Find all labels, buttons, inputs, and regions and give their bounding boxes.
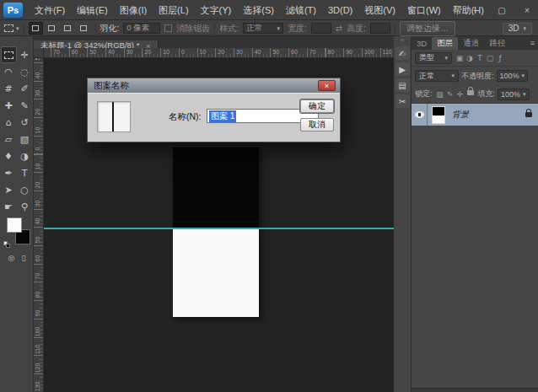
eraser-tool[interactable]: ▱	[1, 131, 17, 148]
type-tool[interactable]: T	[17, 164, 33, 181]
menu-select[interactable]: 选择(S)	[237, 0, 280, 20]
minimize-button[interactable]: ─	[471, 6, 482, 15]
filter-kind-select[interactable]: 类型 ▾	[415, 52, 452, 64]
filter-adjustment-layers-icon[interactable]: ◑	[465, 54, 475, 62]
horizontal-guide[interactable]	[44, 228, 394, 229]
menu-layer[interactable]: 图层(L)	[153, 0, 194, 20]
menu-view[interactable]: 视图(V)	[358, 0, 401, 20]
zoom-tool[interactable]: ⚲	[17, 198, 33, 215]
hand-tool[interactable]: ☛	[1, 198, 17, 215]
filter-type-layers-icon[interactable]: T	[475, 54, 485, 62]
actions-panel-icon[interactable]: ▶	[395, 62, 410, 76]
menu-3d[interactable]: 3D(D)	[322, 0, 358, 20]
move-tool[interactable]: ✛	[17, 46, 33, 63]
quick-mask-icon[interactable]: ◎	[8, 254, 15, 262]
cancel-button[interactable]: 取消	[300, 118, 334, 132]
filter-pixel-layers-icon[interactable]: ▣	[455, 54, 465, 62]
brush-tool[interactable]: ✎	[17, 97, 33, 114]
ruler-number: 60	[72, 49, 78, 55]
tab-channels[interactable]: 通道	[458, 37, 484, 50]
tab-3d[interactable]: 3D	[412, 37, 432, 50]
horizontal-ruler[interactable]: 706050403020100102030405060708090100110	[44, 48, 394, 58]
maximize-button[interactable]: ▢	[496, 6, 508, 15]
menu-file[interactable]: 文件(F)	[29, 0, 71, 20]
dodge-tool[interactable]: ◑	[17, 148, 33, 164]
ruler-number: 50	[35, 58, 40, 66]
antialias-checkbox[interactable]	[164, 24, 172, 32]
ruler-number: 20	[35, 104, 40, 121]
panel-tab-bar: 3D图层通道路径≡	[412, 36, 538, 50]
vertical-ruler[interactable]: 5040302010010203040506070809010011012013…	[34, 58, 44, 392]
filter-smart-object-icon[interactable]: ƒ	[495, 54, 505, 62]
subtract-from-selection-button[interactable]	[61, 22, 75, 35]
panel-menu-icon[interactable]: ≡	[530, 39, 535, 47]
new-selection-button[interactable]	[29, 22, 43, 35]
menu-image[interactable]: 图像(I)	[114, 0, 153, 20]
ruler-number: 10	[163, 49, 169, 55]
height-input[interactable]	[370, 23, 390, 34]
menu-filter[interactable]: 滤镜(T)	[280, 0, 322, 20]
ruler-origin-corner[interactable]	[34, 48, 44, 58]
foreground-color-swatch[interactable]	[7, 217, 22, 233]
dialog-close-button[interactable]: ×	[318, 80, 336, 91]
intersect-selection-button[interactable]	[77, 22, 91, 35]
refine-edge-button[interactable]: 调整边缘…	[400, 21, 455, 36]
history-brush-tool[interactable]: ↺	[17, 114, 33, 131]
lock-paint-icon[interactable]: ✎	[445, 90, 455, 99]
close-button[interactable]: ×	[521, 6, 533, 15]
opacity-input[interactable]: 100% ▾	[497, 70, 529, 82]
dialog-title-bar[interactable]: 图案名称 ×	[88, 78, 340, 93]
default-colors-icon[interactable]	[3, 241, 11, 249]
crop-tool[interactable]: #	[1, 80, 17, 97]
blend-mode-select[interactable]: 正常 ▾	[415, 70, 459, 82]
workspace-select[interactable]: 3D ▾	[503, 23, 532, 35]
menu-edit[interactable]: 编辑(E)	[71, 0, 114, 20]
filter-shape-layers-icon[interactable]: ▢	[485, 54, 495, 62]
rectangular-marquee-tool[interactable]	[1, 46, 17, 63]
swap-dimensions-icon[interactable]: ⇄	[336, 24, 342, 33]
hand-tool-icon: ☛	[4, 201, 13, 212]
path-selection-tool[interactable]: ➤	[1, 181, 17, 198]
layer-visibility-toggle[interactable]	[412, 104, 428, 126]
layer-thumbnail[interactable]	[432, 106, 445, 124]
tab-paths[interactable]: 路径	[484, 37, 510, 50]
gradient-tool[interactable]: ▧	[17, 131, 33, 148]
screen-mode-icon[interactable]: ▯	[21, 254, 25, 262]
fill-input[interactable]: 100% ▾	[498, 89, 530, 100]
layer-row-background[interactable]: 背景	[412, 104, 538, 126]
lock-all-icon[interactable]	[465, 90, 476, 99]
menu-bar: Ps 文件(F)编辑(E)图像(I)图层(L)文字(Y)选择(S)滤镜(T)3D…	[0, 0, 538, 20]
info-panel-icon[interactable]: ▤	[395, 78, 410, 92]
eyedropper-tool[interactable]: ✐	[17, 80, 33, 97]
lock-transparency-icon[interactable]: ▨	[435, 90, 445, 99]
canvas[interactable]	[173, 148, 259, 317]
feather-input[interactable]: 0 像素	[123, 23, 160, 34]
menu-window[interactable]: 窗口(W)	[401, 0, 447, 20]
style-select[interactable]: 正常 ▾	[243, 23, 283, 34]
healing-brush-tool[interactable]: ✚	[1, 97, 17, 114]
menu-type[interactable]: 文字(Y)	[195, 0, 238, 20]
width-input[interactable]	[311, 23, 331, 34]
chevron-down-icon: ▾	[451, 72, 455, 79]
pen-tool[interactable]: ✒	[1, 164, 17, 181]
collapse-dock-button[interactable]: ‹‹	[394, 36, 411, 44]
tools-panel-handle[interactable]: ∷	[0, 36, 33, 46]
ruler-number: 80	[35, 287, 40, 303]
fill-value: 100%	[501, 90, 520, 99]
blur-tool[interactable]: ♦	[1, 148, 17, 164]
ok-button[interactable]: 确定	[300, 99, 334, 113]
lasso-tool[interactable]: ◠	[1, 63, 17, 80]
canvas-black-half	[173, 148, 259, 228]
ruler-number: 90	[35, 304, 40, 321]
shape-tool[interactable]: ○	[17, 181, 33, 198]
tool-presets-panel-icon[interactable]: ✂	[395, 94, 410, 108]
tool-preset-picker[interactable]: ▾	[4, 24, 19, 32]
toolbar-bottom-icons: ◎ ▯	[0, 254, 34, 262]
clone-stamp-tool[interactable]: ⌂	[1, 114, 17, 131]
history-panel-icon[interactable]: ✍	[395, 46, 410, 60]
lock-all-icon-shape	[467, 90, 474, 95]
tab-layers[interactable]: 图层	[432, 37, 458, 50]
add-to-selection-button[interactable]	[45, 22, 59, 35]
quick-selection-tool[interactable]: ◌	[17, 63, 33, 80]
lock-move-icon[interactable]: ✛	[455, 90, 465, 99]
